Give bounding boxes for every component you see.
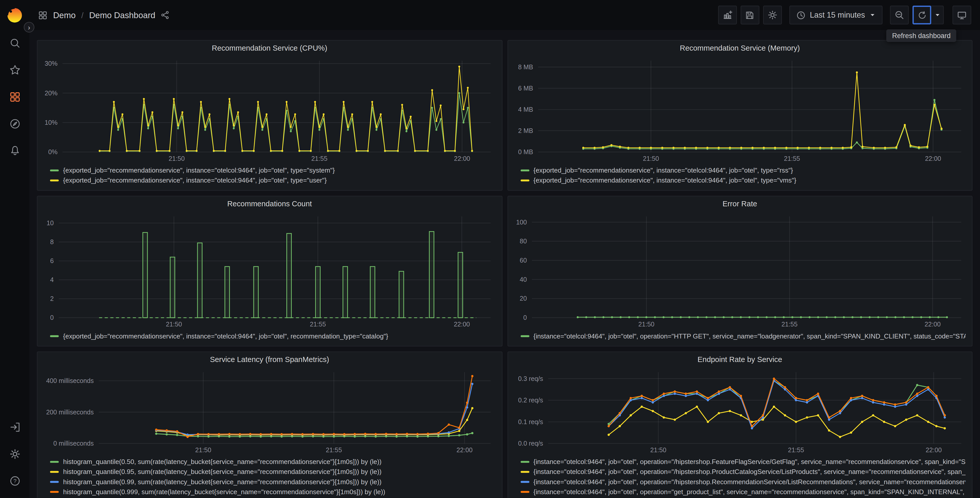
panel-header[interactable]: Recommendations Count [38,196,501,211]
dashboard-settings-button[interactable] [763,6,781,24]
refresh-button[interactable] [913,6,931,24]
tv-mode-button[interactable] [952,6,971,24]
legend-item[interactable]: {instance="otelcol:9464", job="otel", op… [520,331,966,341]
cpu-chart[interactable]: 0%10%20%30%21:5021:5522:00 [41,56,498,163]
legend-swatch [520,471,529,472]
breadcrumb: Demo / Demo Dashboard [38,10,170,20]
svg-text:4: 4 [50,276,54,283]
search-icon [9,38,20,49]
svg-text:200 milliseconds: 200 milliseconds [46,409,94,416]
legend-item[interactable]: {instance="otelcol:9464", job="otel", op… [520,456,966,466]
svg-text:21:55: 21:55 [784,155,800,162]
svg-text:8: 8 [50,238,54,246]
sidebar-item-search[interactable] [8,36,22,50]
legend-item[interactable]: {exported_job="recommendationservice", i… [50,165,495,175]
svg-text:80: 80 [519,238,527,245]
panel-title: Error Rate [722,200,757,208]
panel-title: Service Latency (from SpanMetrics) [210,355,329,364]
panel-header[interactable]: Error Rate [508,196,972,211]
legend-item[interactable]: {instance="otelcol:9464", job="otel", op… [520,466,966,477]
refresh-interval-caret[interactable] [931,6,944,24]
legend-label: {exported_job="recommendationservice", i… [63,331,388,341]
svg-text:0: 0 [523,314,527,321]
sidebar-item-dashboards[interactable] [8,90,22,104]
breadcrumb-section[interactable]: Demo [53,10,76,20]
legend-swatch [520,179,529,181]
chart-svg: 0.0 req/s0.1 req/s0.2 req/s0.3 req/s21:5… [511,367,968,455]
time-range-picker[interactable]: Last 15 minutes [789,6,882,24]
add-panel-icon [722,10,732,20]
panel-title: Endpoint Rate by Service [697,355,782,364]
svg-text:4 MB: 4 MB [518,106,533,113]
panel-header[interactable]: Recommendation Service (CPU%) [38,41,501,56]
svg-text:22:00: 22:00 [924,321,940,328]
share-icon[interactable] [161,11,170,19]
svg-text:21:50: 21:50 [650,446,666,453]
panel-recommendations-count: Recommendations Count 024681021:5021:552… [37,196,502,346]
legend-swatch [50,169,59,171]
legend-label: histogram_quantile(0.99, sum(rate(latenc… [63,477,382,487]
legend-swatch [50,461,59,463]
legend-item[interactable]: histogram_quantile(0.95, sum(rate(latenc… [50,466,495,477]
sidebar-nav [8,36,22,158]
save-dashboard-button[interactable] [740,6,759,24]
chart-svg: 0%10%20%30%21:5021:5522:00 [41,56,498,163]
legend-label: {exported_job="recommendationservice", i… [533,175,796,185]
legend-item[interactable]: {exported_job="recommendationservice", i… [520,175,966,185]
svg-text:20%: 20% [45,89,57,97]
panel-header[interactable]: Service Latency (from SpanMetrics) [38,352,501,367]
panel-header[interactable]: Recommendation Service (Memory) [508,41,972,56]
panel-legend: {instance="otelcol:9464", job="otel", op… [508,455,972,498]
recommendations-count-chart[interactable]: 024681021:5021:5522:00 [41,211,498,329]
legend-item[interactable]: {instance="otelcol:9464", job="otel", op… [520,477,966,487]
service-latency-chart[interactable]: 0 milliseconds200 milliseconds400 millis… [41,367,498,455]
legend-item[interactable]: {exported_job="recommendationservice", i… [50,331,495,341]
chart-svg: 0 milliseconds200 milliseconds400 millis… [41,367,498,455]
sidebar: › ? [0,0,29,498]
grafana-logo[interactable] [6,7,23,24]
tv-icon [957,10,967,20]
svg-text:100: 100 [516,219,527,226]
breadcrumb-page-title[interactable]: Demo Dashboard [89,10,155,20]
sidebar-item-settings[interactable] [8,447,22,461]
add-panel-button[interactable] [718,6,737,24]
legend-swatch [520,335,529,337]
legend-swatch [50,471,59,472]
panel-title: Recommendations Count [227,200,312,208]
gear-icon [9,449,20,460]
panel-header[interactable]: Endpoint Rate by Service [508,352,972,367]
chart-svg: 024681021:5021:5522:00 [41,211,498,329]
legend-swatch [520,461,529,463]
zoom-out-button[interactable] [890,6,909,24]
compass-icon [9,118,20,129]
main-area: Demo / Demo Dashboard Last 15 minutes [29,0,980,498]
legend-swatch [520,480,529,482]
svg-text:30%: 30% [45,60,57,67]
legend-item[interactable]: histogram_quantile(0.999, sum(rate(laten… [50,487,495,496]
sidebar-item-starred[interactable] [8,63,22,77]
chart-svg: 0 MB2 MB4 MB6 MB8 MB21:5021:5522:00 [511,56,968,163]
legend-item[interactable]: histogram_quantile(0.50, sum(rate(latenc… [50,456,495,466]
time-range-label: Last 15 minutes [810,11,865,19]
gear-icon [767,10,777,20]
svg-text:0 milliseconds: 0 milliseconds [53,440,94,447]
legend-item[interactable]: {exported_job="recommendationservice", i… [520,165,966,175]
sidebar-expand-button[interactable]: › [24,22,35,33]
memory-chart[interactable]: 0 MB2 MB4 MB6 MB8 MB21:5021:5522:00 [511,56,968,163]
legend-item[interactable]: {exported_job="recommendationservice", i… [50,175,495,185]
sidebar-item-sign-in[interactable] [8,420,22,434]
legend-item[interactable]: {instance="otelcol:9464", job="otel", op… [520,487,966,496]
sidebar-item-explore[interactable] [8,117,22,131]
panel-legend: {instance="otelcol:9464", job="otel", op… [508,329,972,346]
legend-label: histogram_quantile(0.50, sum(rate(latenc… [63,456,382,466]
sidebar-item-alerting[interactable] [8,144,22,158]
endpoint-rate-chart[interactable]: 0.0 req/s0.1 req/s0.2 req/s0.3 req/s21:5… [511,367,968,455]
svg-text:21:50: 21:50 [643,155,659,162]
error-rate-chart[interactable]: 02040608010021:5021:5522:00 [511,211,968,329]
svg-text:22:00: 22:00 [925,155,941,162]
svg-text:60: 60 [519,257,527,264]
bell-icon [9,145,20,156]
legend-item[interactable]: histogram_quantile(0.99, sum(rate(latenc… [50,477,495,487]
sidebar-item-help[interactable]: ? [8,474,22,488]
svg-text:40: 40 [519,276,527,283]
